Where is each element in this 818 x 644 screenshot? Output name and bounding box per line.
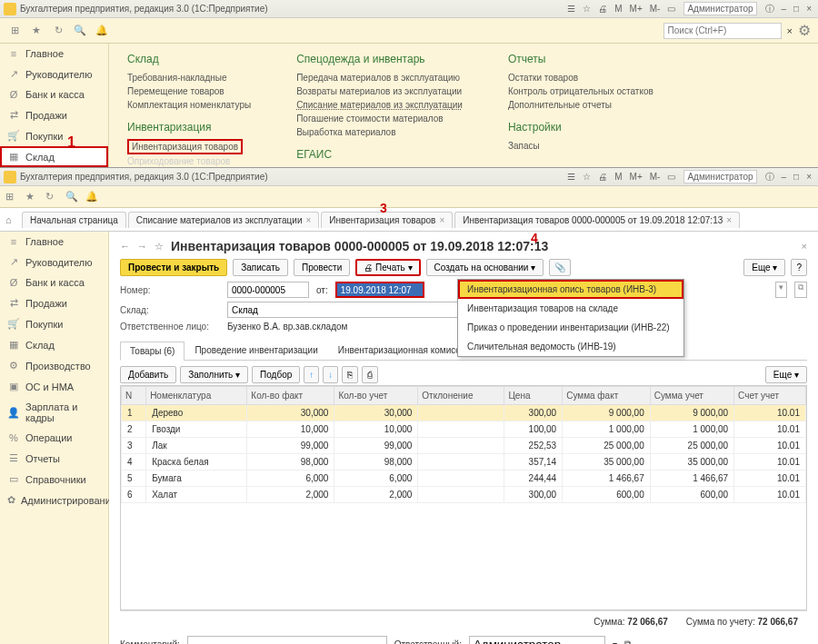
sidebar-item[interactable]: ØБанк и касса [0,272,108,292]
ctrl-icon[interactable]: M+ [627,171,645,183]
sidebar-item[interactable]: ☰Отчеты [0,448,108,469]
table-row[interactable]: 2Гвозди10,00010,000100,001 000,001 000,0… [122,421,806,438]
search-clear-icon[interactable]: × [787,25,793,36]
col-header[interactable]: Сумма учет [650,387,733,405]
sidebar-item[interactable]: ▣ОС и НМА [0,376,108,397]
dropdown-item[interactable]: Приказ о проведении инвентаризации (ИНВ-… [458,318,683,337]
search-icon[interactable]: 🔍 [73,24,87,38]
menu-link[interactable]: Дополнительные отчеты [508,98,653,112]
admin-badge[interactable]: Администратор [683,2,756,15]
search-input[interactable] [663,23,782,39]
menu-link-inventory[interactable]: Инвентаризация товаров [127,139,243,154]
sidebar-item-manager[interactable]: ↗Руководителю [0,64,108,84]
table-row[interactable]: 3Лак99,00099,000252,5325 000,0025 000,00… [122,438,806,454]
menu-link[interactable]: Выработка материалов [296,125,463,139]
table-row[interactable]: 6Халат2,0002,000300,00600,00600,0010.01 [122,487,806,503]
ctrl-icon[interactable]: M+ [627,3,645,15]
star-icon[interactable]: ☆ [155,241,164,253]
bell-icon[interactable]: 🔔 [95,24,109,38]
close-icon[interactable]: × [306,215,312,225]
col-header[interactable]: Кол-во факт [247,387,334,405]
tab[interactable]: Списание материалов из эксплуатации× [128,212,320,228]
data-grid[interactable]: NНоменклатураКол-во фактКол-во учетОткло… [120,385,807,610]
menu-link[interactable]: Требования-накладные [127,71,251,84]
open-icon[interactable]: ⧉ [794,282,807,298]
sidebar-item-main[interactable]: ≡Главное [0,44,108,64]
minimize-icon[interactable]: – [779,171,790,183]
menu-link[interactable]: Остатки товаров [508,71,653,84]
ctrl-icon[interactable]: 🖨 [595,171,610,183]
sidebar-item-sales[interactable]: ⇄Продажи [0,104,108,125]
close-icon[interactable]: × [802,241,807,252]
search-icon[interactable]: 🔍 [65,191,80,203]
bell-icon[interactable]: 🔔 [85,191,100,203]
close-icon[interactable]: × [439,215,444,225]
dropdown-item-inv3[interactable]: Инвентаризационная опись товаров (ИНВ-3) [458,280,683,299]
open-icon[interactable]: ⧉ [624,639,631,644]
sidebar-item[interactable]: ⚙Производство [0,355,108,376]
subtab-goods[interactable]: Товары (6) [120,342,185,361]
menu-link[interactable]: Возвраты материалов из эксплуатации [296,84,463,98]
create-based-button[interactable]: Создать на основании ▾ [426,259,544,276]
close-icon[interactable]: × [726,215,732,225]
menu-link[interactable]: Запасы [508,139,653,153]
col-header[interactable]: Отклонение [418,387,504,405]
ctrl-icon[interactable]: ▭ [664,171,678,183]
sidebar-item-purchases[interactable]: 🛒Покупки [0,125,108,146]
comment-field[interactable] [187,636,387,644]
pick-button[interactable]: Подбор [252,366,300,383]
ctrl-icon[interactable]: ▭ [664,3,678,15]
star-icon[interactable]: ★ [25,191,40,203]
post-close-button[interactable]: Провести и закрыть [120,259,227,276]
more-button-2[interactable]: Еще ▾ [765,366,807,383]
menu-link[interactable]: Списание материалов из эксплуатации [296,98,463,112]
add-button[interactable]: Добавить [120,366,176,383]
table-row[interactable]: 4Краска белая98,00098,000357,1435 000,00… [122,454,806,471]
home-icon[interactable]: ⌂ [5,214,20,225]
post-button[interactable]: Провести [294,259,350,276]
ctrl-icon[interactable]: ☰ [564,3,578,15]
minimize-icon[interactable]: – [779,3,790,15]
dropdown-item[interactable]: Сличительная ведомость (ИНВ-19) [458,337,683,356]
info-icon[interactable]: ⓘ [763,170,777,184]
history-icon[interactable]: ↻ [45,191,60,203]
menu-link[interactable]: Перемещение товаров [127,84,251,98]
sidebar-item[interactable]: ✿Администрирование [0,490,108,510]
ctrl-icon[interactable]: ☆ [580,3,594,15]
sidebar-item[interactable]: 👤Зарплата и кадры [0,397,108,428]
forward-icon[interactable]: → [137,241,147,252]
col-header[interactable]: Цена [504,387,563,405]
ctrl-icon[interactable]: M [612,171,624,183]
grid-icon[interactable]: ⊞ [5,191,20,203]
menu-link[interactable]: Контроль отрицательных остатков [508,84,653,98]
combo-arrow-icon[interactable]: ▾ [775,282,787,298]
maximize-icon[interactable]: □ [791,3,802,15]
table-row[interactable]: 1Дерево30,00030,000300,009 000,009 000,0… [122,405,806,421]
paste-button[interactable]: ⎙ [362,366,378,383]
attach-button[interactable]: 📎 [549,259,571,276]
menu-link[interactable]: Передача материалов в эксплуатацию [296,71,463,84]
owner-field[interactable] [469,636,605,644]
tab[interactable]: Инвентаризация товаров 0000-000005 от 19… [454,212,740,228]
maximize-icon[interactable]: □ [791,171,802,183]
down-button[interactable]: ↓ [323,366,338,383]
admin-badge[interactable]: Администратор [683,170,756,183]
subtab-conduct[interactable]: Проведение инвентаризации [185,341,327,360]
up-button[interactable]: ↑ [304,366,319,383]
dropdown-item[interactable]: Инвентаризация товаров на складе [458,299,683,318]
sidebar-item-warehouse[interactable]: ▦Склад [0,146,108,167]
copy-button[interactable]: ⎘ [342,366,358,383]
print-button[interactable]: 🖨 Печать ▾ [355,259,420,276]
gear-icon[interactable]: ⚙ [798,22,811,39]
col-header[interactable]: Кол-во учет [334,387,418,405]
fill-button[interactable]: Заполнить ▾ [180,366,248,383]
col-header[interactable]: Счет учет [734,387,806,405]
sidebar-item[interactable]: ▭Справочники [0,469,108,490]
close-icon[interactable]: × [803,3,814,15]
save-button[interactable]: Записать [233,259,288,276]
ctrl-icon[interactable]: ☰ [564,171,578,183]
menu-link[interactable]: Оприходование товаров [127,154,251,168]
number-field[interactable] [227,282,309,298]
ctrl-icon[interactable]: ☆ [580,171,594,183]
history-icon[interactable]: ↻ [51,24,65,38]
